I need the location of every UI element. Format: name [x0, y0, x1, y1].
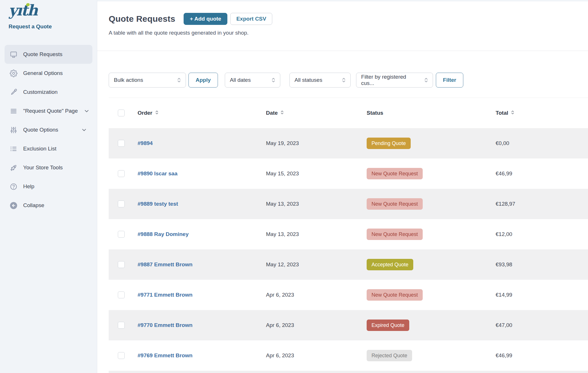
sort-arrows-icon: [155, 110, 159, 117]
order-link[interactable]: #9890 Iscar saa: [138, 170, 177, 176]
order-link[interactable]: #9770 Emmett Brown: [138, 322, 192, 328]
customer-filter-select[interactable]: Filter by registered cus...: [356, 73, 433, 88]
select-arrows-icon: [424, 77, 429, 84]
select-all-checkbox[interactable]: [118, 110, 125, 116]
sidebar: yıth Request a Quote Quote RequestsGener…: [0, 0, 97, 373]
row-checkbox[interactable]: [118, 261, 125, 268]
table-row: #9771 Emmett BrownApr 6, 2023New Quote R…: [109, 280, 588, 310]
sidebar-item-label: Your Store Tools: [23, 164, 63, 171]
sidebar-item-label: Customization: [23, 89, 57, 95]
customer-filter-label: Filter by registered cus...: [361, 74, 420, 86]
row-checkbox[interactable]: [118, 140, 125, 147]
column-header-status: Status: [367, 110, 496, 116]
dates-select[interactable]: All dates: [225, 73, 280, 88]
apply-button[interactable]: Apply: [188, 73, 218, 88]
order-date: Apr 6, 2023: [266, 292, 367, 298]
sidebar-item-label: Quote Requests: [23, 51, 62, 57]
sidebar-item-help[interactable]: Help: [5, 177, 92, 196]
row-checkbox[interactable]: [118, 170, 125, 177]
table-row: #9888 Ray DomineyMay 13, 2023New Quote R…: [109, 219, 588, 249]
page-subtitle: A table with all the quote requests gene…: [109, 30, 588, 36]
table-row: #9894May 19, 2023Pending Quote€0,00: [109, 128, 588, 158]
sliders-icon: [10, 126, 17, 134]
status-badge: Accepted Quote: [367, 259, 413, 270]
quote-requests-table: Order Date Status Total #9894May 19, 202…: [109, 98, 588, 373]
row-checkbox[interactable]: [118, 352, 125, 359]
row-checkbox[interactable]: [118, 231, 125, 238]
order-link[interactable]: #9888 Ray Dominey: [138, 231, 189, 237]
bulk-actions-label: Bulk actions: [114, 77, 143, 83]
row-checkbox[interactable]: [118, 291, 125, 298]
order-link[interactable]: #9889 testy test: [138, 201, 178, 207]
order-total: €128,97: [496, 201, 588, 207]
column-header-total[interactable]: Total: [496, 110, 588, 117]
monitor-icon: [10, 51, 17, 58]
dates-label: All dates: [230, 77, 251, 83]
order-date: May 13, 2023: [266, 201, 367, 207]
sidebar-nav: Quote RequestsGeneral OptionsCustomizati…: [5, 45, 92, 215]
order-date: Apr 6, 2023: [266, 322, 367, 328]
sidebar-item-request-quote-page[interactable]: "Request Quote" Page: [5, 102, 92, 120]
filter-bar: Bulk actions Apply All dates All statuse…: [109, 73, 463, 88]
order-total: €14,99: [496, 292, 588, 298]
export-csv-button[interactable]: Export CSV: [230, 13, 272, 25]
chevron-down-icon: [81, 127, 87, 133]
filter-button[interactable]: Filter: [436, 73, 463, 88]
table-header-row: Order Date Status Total: [109, 98, 588, 128]
sidebar-item-label: "Request Quote" Page: [23, 108, 78, 114]
status-badge: New Quote Request: [367, 229, 423, 240]
status-badge: New Quote Request: [367, 289, 423, 301]
sidebar-item-quote-options[interactable]: Quote Options: [5, 120, 92, 139]
column-label: Status: [367, 110, 383, 116]
order-link[interactable]: #9769 Emmett Brown: [138, 352, 192, 358]
table-body: #9894May 19, 2023Pending Quote€0,00#9890…: [109, 128, 588, 371]
sidebar-item-label: General Options: [23, 70, 63, 76]
add-quote-button[interactable]: + Add quote: [184, 13, 228, 25]
order-link[interactable]: #9887 Emmett Brown: [138, 261, 192, 267]
sidebar-item-quote-requests[interactable]: Quote Requests: [5, 45, 92, 64]
sidebar-item-your-store-tools[interactable]: Your Store Tools: [5, 158, 92, 177]
sidebar-item-label: Collapse: [23, 202, 44, 209]
table-row: #9890 Iscar saaMay 15, 2023New Quote Req…: [109, 158, 588, 189]
main-content: Quote Requests + Add quote Export CSV A …: [97, 1, 588, 373]
collapse-arrow-icon: [10, 202, 17, 209]
next-row-partial: [109, 371, 588, 373]
order-link[interactable]: #9894: [138, 140, 153, 146]
statuses-select[interactable]: All statuses: [289, 73, 351, 88]
sort-arrows-icon: [510, 110, 515, 117]
row-checkbox[interactable]: [118, 201, 125, 207]
statuses-label: All statuses: [295, 77, 322, 83]
sidebar-item-customization[interactable]: Customization: [5, 83, 92, 102]
eyedropper-icon: [10, 88, 17, 96]
chevron-down-icon: [84, 108, 90, 114]
collapse-button[interactable]: Collapse: [5, 196, 92, 215]
order-date: May 12, 2023: [266, 261, 367, 268]
plugin-name: Request a Quote: [9, 23, 52, 30]
sidebar-item-general-options[interactable]: General Options: [5, 64, 92, 83]
order-link[interactable]: #9771 Emmett Brown: [138, 292, 192, 298]
yith-logo-text: yıth: [9, 1, 37, 19]
status-badge: Pending Quote: [367, 138, 411, 149]
column-label: Date: [266, 110, 278, 116]
table-row: #9770 Emmett BrownApr 6, 2023Expired Quo…: [109, 310, 588, 340]
select-arrows-icon: [176, 77, 182, 84]
column-header-order[interactable]: Order: [138, 110, 266, 117]
order-total: €12,00: [496, 231, 588, 237]
help-circle-icon: [10, 183, 17, 191]
column-header-date[interactable]: Date: [266, 110, 367, 117]
bulk-actions-select[interactable]: Bulk actions: [109, 73, 186, 88]
sidebar-item-label: Help: [23, 183, 34, 190]
rocket-icon: [10, 164, 17, 172]
order-total: €93,98: [496, 261, 588, 268]
sidebar-item-exclusion-list[interactable]: Exclusion List: [5, 139, 92, 158]
sidebar-item-label: Exclusion List: [23, 146, 56, 152]
order-total: €47,00: [496, 322, 588, 328]
page-header: Quote Requests + Add quote Export CSV A …: [97, 1, 588, 51]
order-date: Apr 6, 2023: [266, 352, 367, 359]
brand-logo: yıth Request a Quote: [9, 2, 52, 30]
row-checkbox[interactable]: [118, 322, 125, 329]
order-date: May 19, 2023: [266, 140, 367, 146]
order-date: May 15, 2023: [266, 170, 367, 177]
column-label: Total: [496, 110, 508, 116]
order-total: €0,00: [496, 140, 588, 146]
